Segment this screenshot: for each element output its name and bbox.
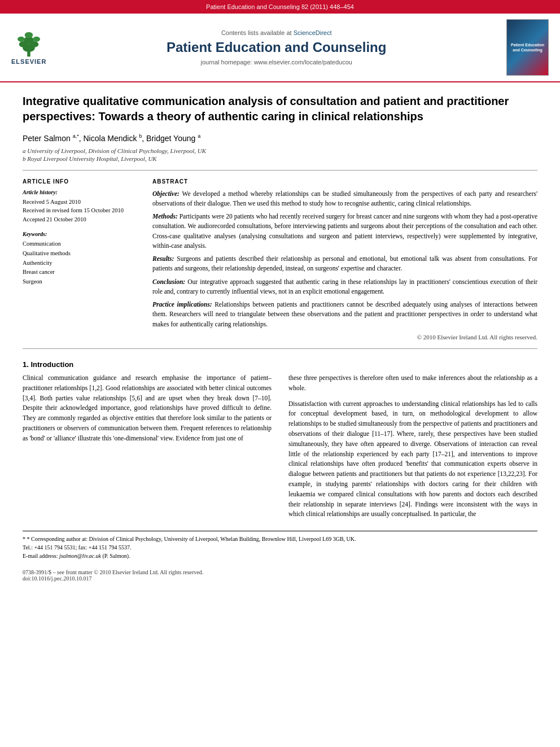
divider-1 bbox=[23, 170, 537, 171]
footnote-email-line: E-mail address: jsalmon@liv.ac.uk (P. Sa… bbox=[23, 552, 537, 560]
keywords-label: Keywords: bbox=[23, 231, 135, 237]
keyword-breast-cancer: Breast cancer bbox=[23, 268, 135, 277]
keyword-authenticity: Authenticity bbox=[23, 259, 135, 268]
journal-citation: Patient Education and Counseling 82 (201… bbox=[206, 3, 354, 10]
abstract-conclusion: Conclusion: Our integrative approach sug… bbox=[152, 277, 537, 297]
journal-header: ELSEVIER Contents lists available at Sci… bbox=[0, 14, 560, 82]
keyword-qualitative: Qualitative methods bbox=[23, 249, 135, 259]
elsevier-logo: ELSEVIER bbox=[11, 30, 46, 65]
intro-para-1: Clinical communication guidance and rese… bbox=[23, 373, 272, 444]
affiliation-a: a University of Liverpool, Division of C… bbox=[23, 147, 537, 154]
issn-line: 0738-3991/$ – see front matter © 2010 El… bbox=[23, 569, 537, 575]
article-history-label: Article history: bbox=[23, 189, 135, 195]
authors-line: Peter Salmon a,*, Nicola Mendick b, Brid… bbox=[23, 133, 537, 143]
bottom-info: 0738-3991/$ – see front matter © 2010 El… bbox=[23, 569, 537, 582]
footnote-tel: Tel.: +44 151 794 5531; fax: +44 151 794… bbox=[23, 543, 537, 552]
accepted-date: Accepted 21 October 2010 bbox=[23, 215, 135, 224]
abstract-objective: Objective: We developed a method whereby… bbox=[152, 189, 537, 209]
doi-line: doi:10.1016/j.pec.2010.10.017 bbox=[23, 575, 537, 582]
abstract-practice: Practice implications: Relationships bet… bbox=[152, 300, 537, 329]
abstract-col: ABSTRACT Objective: We developed a metho… bbox=[152, 178, 537, 340]
intro-col-left: Clinical communication guidance and rese… bbox=[23, 373, 272, 519]
elsevier-wordmark: ELSEVIER bbox=[11, 58, 46, 65]
footnote-star: * * Corresponding author at: Division of… bbox=[23, 535, 537, 543]
journal-header-bar: Patient Education and Counseling 82 (201… bbox=[0, 0, 560, 14]
copyright: © 2010 Elsevier Ireland Ltd. All rights … bbox=[152, 334, 537, 340]
abstract-results: Results: Surgeons and patients described… bbox=[152, 254, 537, 274]
svg-point-5 bbox=[18, 37, 25, 42]
abstract-text: Objective: We developed a method whereby… bbox=[152, 189, 537, 329]
keyword-surgeon: Surgeon bbox=[23, 277, 135, 287]
divider-2 bbox=[23, 348, 537, 349]
intro-para-2: these three perspectives is therefore of… bbox=[288, 373, 537, 394]
elsevier-tree-icon bbox=[12, 30, 46, 58]
received-date: Received 5 August 2010 bbox=[23, 198, 135, 207]
abstract-methods: Methods: Participants were 20 patients w… bbox=[152, 212, 537, 251]
sciencedirect-anchor[interactable]: ScienceDirect bbox=[294, 29, 332, 36]
intro-columns: Clinical communication guidance and rese… bbox=[23, 373, 537, 519]
revised-date: Received in revised form 15 October 2010 bbox=[23, 206, 135, 215]
info-abstract-section: ARTICLE INFO Article history: Received 5… bbox=[23, 178, 537, 340]
footnote-email: jsalmon@liv.ac.uk bbox=[59, 553, 101, 559]
journal-url: journal homepage: www.elsevier.com/locat… bbox=[46, 59, 506, 65]
sciencedirect-link: Contents lists available at ScienceDirec… bbox=[46, 29, 506, 36]
svg-point-6 bbox=[33, 37, 40, 42]
journal-info-center: Contents lists available at ScienceDirec… bbox=[46, 29, 506, 65]
main-content: Integrative qualitative communication an… bbox=[0, 82, 560, 593]
intro-para-3: Dissatisfaction with current approaches … bbox=[288, 399, 537, 520]
intro-heading: 1. Introduction bbox=[23, 360, 537, 369]
body-content: 1. Introduction Clinical communication g… bbox=[23, 360, 537, 519]
svg-point-7 bbox=[25, 32, 33, 38]
journal-title: Patient Education and Counseling bbox=[46, 40, 506, 55]
affiliation-b: b Royal Liverpool University Hospital, L… bbox=[23, 155, 537, 162]
article-title: Integrative qualitative communication an… bbox=[23, 94, 537, 124]
article-info-label: ARTICLE INFO bbox=[23, 178, 135, 185]
intro-col-right: these three perspectives is therefore of… bbox=[288, 373, 537, 519]
footnote-area: * * Corresponding author at: Division of… bbox=[23, 531, 537, 560]
journal-cover-image: Patient Education and Counseling bbox=[506, 19, 549, 76]
article-info-col: ARTICLE INFO Article history: Received 5… bbox=[23, 178, 135, 340]
abstract-label: ABSTRACT bbox=[152, 178, 537, 185]
keyword-communication: Communication bbox=[23, 239, 135, 249]
